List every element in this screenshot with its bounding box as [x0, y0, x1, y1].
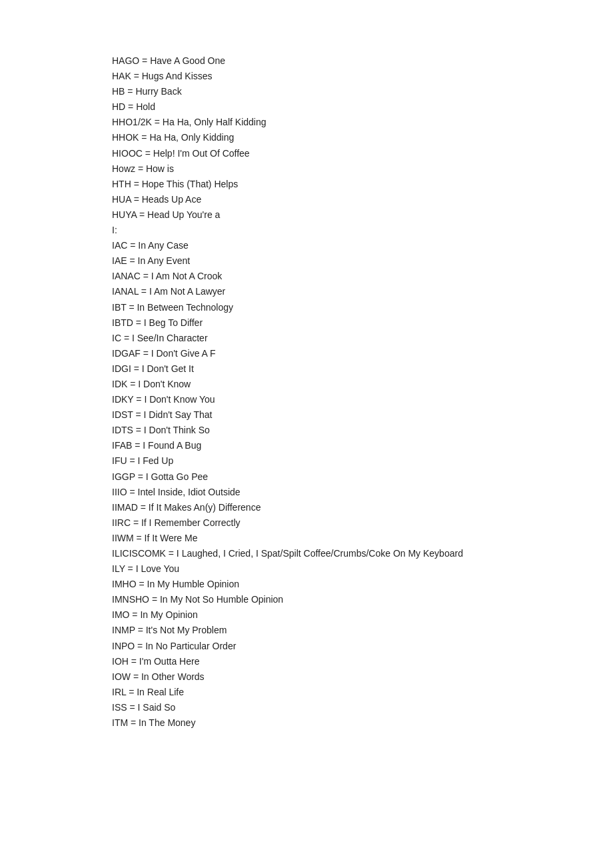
acronym-line-imnsho: IMNSHO = In My Not So Humble Opinion	[112, 592, 501, 607]
acronym-line-ibt: IBT = In Between Technology	[112, 300, 501, 315]
acronym-line-hiooc: HIOOC = Help! I'm Out Of Coffee	[112, 146, 501, 161]
acronym-line-itm: ITM = In The Money	[112, 715, 501, 731]
acronym-line-iae: IAE = In Any Event	[112, 253, 501, 269]
acronym-line-inmp: INMP = It's Not My Problem	[112, 623, 501, 638]
acronym-line-iac: IAC = In Any Case	[112, 238, 501, 253]
acronym-line-iliciscomk: ILICISCOMK = I Laughed, I Cried, I Spat/…	[112, 546, 501, 561]
main-content: HAGO = Have A Good OneHAK = Hugs And Kis…	[0, 0, 613, 784]
acronym-line-hd: HD = Hold	[112, 99, 501, 115]
acronym-line-imo: IMO = In My Opinion	[112, 607, 501, 623]
acronym-line-idgaf: IDGAF = I Don't Give A F	[112, 346, 501, 361]
acronym-line-inpo: INPO = In No Particular Order	[112, 639, 501, 654]
acronym-line-ifu: IFU = I Fed Up	[112, 453, 501, 469]
acronym-line-iiwm: IIWM = If It Were Me	[112, 531, 501, 546]
acronym-line-iimad: IIMAD = If It Makes An(y) Difference	[112, 500, 501, 515]
acronym-line-hho1-2k: HHO1/2K = Ha Ha, Only Half Kidding	[112, 115, 501, 130]
acronym-line-ianac: IANAC = I Am Not A Crook	[112, 269, 501, 284]
acronym-line-idts: IDTS = I Don't Think So	[112, 423, 501, 438]
acronym-line-ily: ILY = I Love You	[112, 561, 501, 577]
acronym-line-hago: HAGO = Have A Good One	[112, 53, 501, 69]
acronym-line-ianal: IANAL = I Am Not A Lawyer	[112, 284, 501, 299]
acronym-line-idst: IDST = I Didn't Say That	[112, 407, 501, 423]
acronym-line-hb: HB = Hurry Back	[112, 84, 501, 99]
acronym-line-iirc: IIRC = If I Remember Correctly	[112, 515, 501, 531]
acronym-line-ibtd: IBTD = I Beg To Differ	[112, 315, 501, 331]
acronym-line-irl: IRL = In Real Life	[112, 685, 501, 700]
acronym-line-huya: HUYA = Head Up You're a	[112, 207, 501, 223]
acronym-line-hak: HAK = Hugs And Kisses	[112, 69, 501, 84]
acronym-line-hth: HTH = Hope This (That) Helps	[112, 177, 501, 192]
acronym-line-iiio: IIIO = Intel Inside, Idiot Outside	[112, 485, 501, 500]
acronym-line-idgi: IDGI = I Don't Get It	[112, 361, 501, 377]
acronym-line-hua: HUA = Heads Up Ace	[112, 192, 501, 207]
acronym-line-idk: IDK = I Don't Know	[112, 377, 501, 392]
acronym-line-ioh: IOH = I'm Outta Here	[112, 654, 501, 669]
acronym-line-iow: IOW = In Other Words	[112, 669, 501, 685]
acronym-line-ifab: IFAB = I Found A Bug	[112, 438, 501, 453]
acronym-line-iss: ISS = I Said So	[112, 700, 501, 715]
acronym-line-idky: IDKY = I Don't Know You	[112, 392, 501, 407]
acronym-line-hhok: HHOK = Ha Ha, Only Kidding	[112, 130, 501, 145]
acronym-line-i-header: I:	[112, 223, 501, 238]
acronym-line-iggp: IGGP = I Gotta Go Pee	[112, 469, 501, 485]
acronym-line-howz: Howz = How is	[112, 161, 501, 177]
acronym-line-ic: IC = I See/In Character	[112, 331, 501, 346]
acronym-line-imho: IMHO = In My Humble Opinion	[112, 577, 501, 592]
